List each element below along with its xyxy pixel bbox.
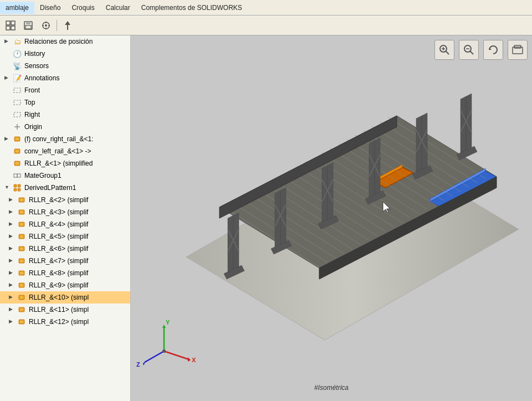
svg-rect-14	[14, 88, 21, 92]
sidebar-item-conv-right[interactable]: ▶ (f) conv_right_rail_&<1:	[0, 133, 130, 145]
sidebar-item-sensors[interactable]: ▶ 📡 Sensors	[0, 60, 130, 72]
part-icon-rllr12	[17, 317, 27, 327]
sidebar-item-conv-left[interactable]: ▶ conv_left_rail_&<1> ->	[0, 145, 130, 157]
expand-arrow-rllr11: ▶	[9, 306, 16, 313]
svg-rect-16	[14, 112, 21, 117]
sidebar-item-history[interactable]: ▶ 🕐 History	[0, 48, 130, 60]
sidebar-item-right[interactable]: ▶ Right	[0, 109, 130, 121]
view-orient-btn[interactable]	[508, 40, 528, 60]
svg-rect-29	[14, 188, 17, 191]
sidebar-item-derivedlpattern[interactable]: ▼ DerivedLPattern1	[0, 182, 130, 194]
part-icon-rllr10	[17, 292, 27, 302]
toolbar-grid-btn[interactable]	[2, 18, 19, 33]
svg-rect-42	[20, 260, 23, 262]
toolbar-save-btn[interactable]	[20, 18, 37, 33]
sidebar-item-top[interactable]: ▶ Top	[0, 96, 130, 109]
part-icon-conv-left	[12, 146, 22, 156]
sidebar-label-rllr10: RLLR_&<10> (simpl	[29, 294, 89, 301]
sensors-icon: 📡	[12, 61, 22, 71]
expand-arrow-rllr8: ▶	[9, 270, 16, 276]
toolbar-target-btn[interactable]	[38, 18, 54, 33]
svg-rect-15	[14, 100, 21, 105]
svg-rect-1	[11, 21, 15, 25]
sidebar-item-origin[interactable]: ▶ Origin	[0, 121, 130, 133]
sidebar-label-rllr4: RLLR_&<4> (simplif	[29, 220, 88, 228]
toolbar	[0, 16, 532, 35]
sidebar-item-rllr3[interactable]: ▶ RLLR_&<3> (simplif	[0, 206, 130, 218]
svg-text:X: X	[192, 357, 196, 363]
zoom-fit-btn[interactable]	[459, 40, 479, 60]
sidebar-label-rllr1: RLLR_&<1> (simplified	[24, 160, 93, 167]
folder-icon: 🗂	[12, 37, 22, 47]
part-icon-rllr5	[17, 232, 27, 241]
sidebar-item-rllr9[interactable]: ▶ RLLR_&<9> (simplif	[0, 279, 130, 291]
rotate-btn[interactable]	[483, 40, 503, 60]
sidebar-item-rllr1[interactable]: ▶ RLLR_&<1> (simplified	[0, 157, 130, 169]
sidebar-item-rllr8[interactable]: ▶ RLLR_&<8> (simplif	[0, 267, 130, 279]
sidebar-label-rllr8: RLLR_&<8> (simplif	[29, 269, 88, 277]
svg-rect-5	[26, 22, 30, 24]
annotations-icon: 📝	[12, 73, 22, 83]
toolbar-sep	[57, 20, 57, 31]
expand-arrow-rllr10: ▶	[9, 294, 16, 301]
viewport[interactable]: Y X Z #Isométrica	[131, 35, 532, 401]
sidebar-item-rllr10[interactable]: ▶ RLLR_&<10> (simpl	[0, 291, 130, 304]
sidebar-label-rllr7: RLLR_&<7> (simplif	[29, 257, 88, 265]
sidebar: ▶ 🗂 Relaciones de posición ▶ 🕐 History ▶…	[0, 35, 131, 401]
svg-rect-52	[20, 321, 23, 323]
svg-rect-36	[20, 223, 23, 225]
sidebar-item-rllr6[interactable]: ▶ RLLR_&<6> (simplif	[0, 243, 130, 255]
expand-arrow-rllr6: ▶	[9, 245, 16, 252]
part-icon-rllr3	[17, 207, 27, 217]
svg-rect-28	[18, 184, 21, 187]
svg-rect-38	[20, 235, 23, 238]
plane-icon-right	[12, 110, 22, 120]
sidebar-item-annotations[interactable]: ▶ 📝 Annotations	[0, 72, 130, 84]
part-icon-rllr7	[17, 256, 27, 266]
sidebar-item-relations[interactable]: ▶ 🗂 Relaciones de posición	[0, 35, 130, 48]
sidebar-item-rllr4[interactable]: ▶ RLLR_&<4> (simplif	[0, 218, 130, 230]
sidebar-item-rllr5[interactable]: ▶ RLLR_&<5> (simplif	[0, 230, 130, 243]
svg-rect-46	[20, 284, 23, 286]
sidebar-item-rllr7[interactable]: ▶ RLLR_&<7> (simplif	[0, 255, 130, 267]
expand-arrow-rllr4: ▶	[9, 221, 16, 228]
view-icons	[434, 40, 528, 60]
sidebar-label-rllr3: RLLR_&<3> (simplif	[29, 208, 88, 216]
main-layout: ▶ 🗂 Relaciones de posición ▶ 🕐 History ▶…	[0, 35, 532, 401]
menu-amblaje[interactable]: amblaje	[0, 2, 34, 14]
svg-text:Z: Z	[136, 361, 140, 368]
sidebar-item-rllr2[interactable]: ▶ RLLR_&<2> (simplif	[0, 194, 130, 206]
history-icon: 🕐	[12, 49, 22, 59]
menu-diseno[interactable]: Diseño	[34, 2, 66, 14]
svg-rect-0	[6, 21, 10, 25]
svg-rect-3	[11, 26, 15, 30]
menu-complementos[interactable]: Complementos de SOLIDWORKS	[136, 2, 248, 14]
sidebar-resize-handle[interactable]	[128, 35, 130, 401]
part-icon-rllr11	[17, 305, 27, 315]
sidebar-item-mategroup[interactable]: ▶ MateGroup1	[0, 169, 130, 182]
svg-rect-27	[14, 184, 17, 187]
expand-arrow-rllr9: ▶	[9, 282, 16, 289]
sidebar-label-conv-left: conv_left_rail_&<1> ->	[24, 147, 91, 155]
zoom-btn[interactable]	[434, 40, 454, 60]
svg-point-8	[45, 24, 47, 27]
svg-rect-20	[16, 138, 19, 140]
menu-croquis[interactable]: Croquis	[66, 2, 100, 14]
expand-arrow-derivedlpattern: ▼	[4, 184, 11, 191]
sidebar-label-relations: Relaciones de posición	[24, 38, 93, 45]
sidebar-label-rllr2: RLLR_&<2> (simplif	[29, 196, 88, 204]
sidebar-label-sensors: Sensors	[24, 62, 49, 70]
part-icon-rllr6	[17, 244, 27, 254]
sidebar-item-rllr11[interactable]: ▶ RLLR_&<11> (simpl	[0, 304, 130, 316]
expand-arrow-rllr2: ▶	[9, 197, 16, 203]
toolbar-arrow-btn[interactable]	[59, 18, 76, 33]
part-icon-rllr1	[12, 158, 22, 168]
origin-icon	[12, 122, 22, 132]
svg-rect-6	[25, 25, 31, 29]
menubar: amblaje Diseño Croquis Calcular Compleme…	[0, 0, 532, 16]
sidebar-label-rllr5: RLLR_&<5> (simplif	[29, 233, 88, 240]
sidebar-item-rllr12[interactable]: ▶ RLLR_&<12> (simpl	[0, 316, 130, 328]
svg-marker-13	[65, 21, 70, 30]
menu-calcular[interactable]: Calcular	[100, 2, 136, 14]
sidebar-item-front[interactable]: ▶ Front	[0, 84, 130, 96]
